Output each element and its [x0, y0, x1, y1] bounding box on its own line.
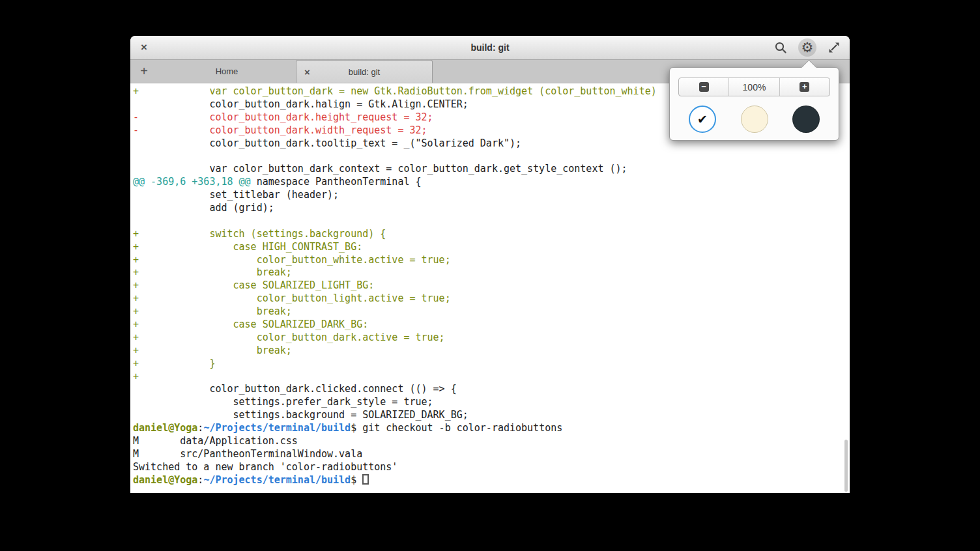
zoom-level-label: 100% — [743, 82, 766, 92]
minus-icon: − — [699, 82, 709, 92]
terminal-line: @@ -369,6 +363,18 @@ namespace PantheonT… — [133, 176, 850, 189]
terminal-line: + switch (settings.background) { — [133, 228, 850, 241]
terminal-line: var color_button_dark_context = color_bu… — [133, 163, 850, 176]
scrollbar-thumb[interactable] — [844, 440, 848, 492]
terminal-line: + } — [133, 358, 850, 371]
fullscreen-expand-icon[interactable] — [825, 38, 843, 57]
checkmark-icon: ✔ — [697, 113, 708, 126]
terminal-line: + break; — [133, 266, 850, 279]
terminal-line: daniel@Yoga:~/Projects/terminal/build$ — [133, 474, 850, 487]
titlebar[interactable]: × build: git ⚙ — [130, 36, 850, 60]
tab-build-git-label: build: git — [349, 67, 380, 77]
terminal-line: Switched to a new branch 'color-radiobut… — [133, 461, 850, 474]
titlebar-actions: ⚙ — [771, 36, 843, 59]
terminal-line — [133, 215, 850, 228]
terminal-line: set_titlebar (header); — [133, 189, 850, 202]
terminal-line: + color_button_dark.active = true; — [133, 332, 850, 345]
theme-high-contrast-button[interactable]: ✔ — [689, 106, 716, 133]
terminal-line: + color_button_light.active = true; — [133, 292, 850, 305]
terminal-line: M src/PantheonTerminalWindow.vala — [133, 448, 850, 461]
new-tab-button[interactable]: + — [130, 60, 158, 83]
terminal-line: + case SOLARIZED_LIGHT_BG: — [133, 279, 850, 292]
terminal-line — [133, 150, 850, 163]
terminal-line: + case HIGH_CONTRAST_BG: — [133, 241, 850, 254]
terminal-line: + break; — [133, 305, 850, 318]
settings-gear-icon[interactable]: ⚙ — [798, 38, 816, 57]
search-icon[interactable] — [771, 38, 790, 57]
settings-popover: − 100% + ✔ — [669, 67, 839, 141]
window-title: build: git — [130, 42, 850, 53]
zoom-in-button[interactable]: + — [780, 78, 829, 96]
tab-close-icon[interactable]: × — [304, 66, 310, 78]
terminal-viewport[interactable]: + var color_button_dark = new Gtk.RadioB… — [130, 83, 850, 493]
zoom-level[interactable]: 100% — [729, 78, 779, 96]
terminal-line: settings.background = SOLARIZED_DARK_BG; — [133, 409, 850, 422]
terminal-output: + var color_button_dark = new Gtk.RadioB… — [133, 85, 850, 487]
terminal-line: M data/Application.css — [133, 435, 850, 448]
theme-solarized-dark-button[interactable] — [792, 106, 820, 133]
terminal-line: add (grid); — [133, 202, 850, 215]
terminal-line: + — [133, 371, 850, 384]
theme-solarized-light-button[interactable] — [741, 106, 768, 133]
tab-home-label: Home — [216, 66, 238, 76]
terminal-cursor — [362, 474, 369, 485]
terminal-line: settings.prefer_dark_style = true; — [133, 396, 850, 409]
terminal-line: daniel@Yoga:~/Projects/terminal/build$ g… — [133, 422, 850, 435]
gear-glyph: ⚙ — [801, 41, 814, 55]
plus-icon: + — [800, 82, 809, 92]
tab-home[interactable]: Home — [158, 60, 296, 83]
terminal-line: + case SOLARIZED_DARK_BG: — [133, 318, 850, 332]
theme-selector: ✔ — [689, 106, 820, 133]
terminal-line: + break; — [133, 345, 850, 358]
terminal-line: + color_button_white.active = true; — [133, 254, 850, 267]
terminal-line: color_button_dark.clicked.connect (() =>… — [133, 383, 850, 396]
zoom-control: − 100% + — [678, 78, 830, 96]
tab-build-git[interactable]: × build: git — [296, 60, 433, 83]
zoom-out-button[interactable]: − — [679, 78, 729, 96]
